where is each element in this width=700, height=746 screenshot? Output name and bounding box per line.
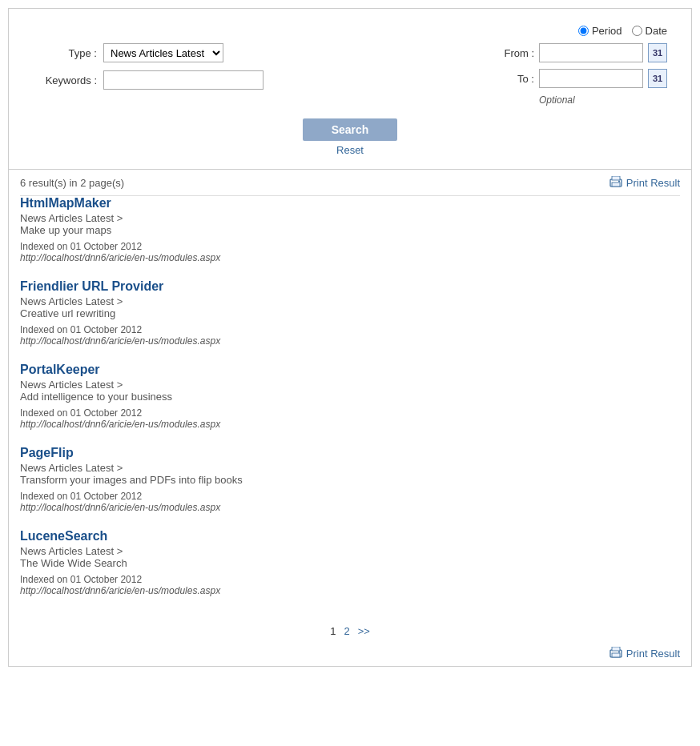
svg-rect-2 bbox=[612, 176, 620, 180]
result-category: News Articles Latest > bbox=[20, 379, 680, 391]
from-row: From : 31 bbox=[494, 43, 667, 62]
period-date-group: Period Date bbox=[578, 25, 667, 37]
result-item: Friendlier URL Provider News Articles La… bbox=[20, 279, 680, 347]
period-radio[interactable] bbox=[578, 26, 589, 36]
period-radio-label[interactable]: Period bbox=[578, 25, 622, 37]
result-indexed: Indexed on 01 October 2012 bbox=[20, 324, 680, 335]
bottom-print-bar: Print Result bbox=[9, 644, 691, 666]
result-description: Transform your images and PDFs into flip… bbox=[20, 474, 680, 486]
page-1: 1 bbox=[330, 625, 336, 637]
result-title-link[interactable]: PortalKeeper bbox=[20, 363, 680, 377]
result-indexed: Indexed on 01 October 2012 bbox=[20, 574, 680, 585]
print-icon-top bbox=[609, 176, 623, 189]
result-category: News Articles Latest > bbox=[20, 545, 680, 557]
to-label: To : bbox=[494, 73, 534, 85]
from-input[interactable] bbox=[539, 43, 643, 62]
result-url: http://localhost/dnn6/aricie/en-us/modul… bbox=[20, 419, 680, 430]
from-label: From : bbox=[494, 47, 534, 59]
keywords-input[interactable] bbox=[103, 70, 264, 90]
search-button[interactable]: Search bbox=[303, 118, 398, 141]
svg-rect-5 bbox=[612, 653, 620, 657]
result-category: News Articles Latest > bbox=[20, 212, 680, 224]
result-description: Creative url rewriting bbox=[20, 307, 680, 319]
result-indexed: Indexed on 01 October 2012 bbox=[20, 241, 680, 252]
date-radio[interactable] bbox=[632, 26, 642, 36]
to-row: To : 31 bbox=[494, 69, 667, 88]
print-result-bottom[interactable]: Print Result bbox=[609, 647, 680, 660]
result-category: News Articles Latest > bbox=[20, 295, 680, 307]
optional-text: Optional bbox=[539, 94, 575, 106]
to-input[interactable] bbox=[539, 69, 643, 88]
result-description: Make up your maps bbox=[20, 224, 680, 236]
result-url: http://localhost/dnn6/aricie/en-us/modul… bbox=[20, 585, 680, 596]
pagination: 1 2 >> bbox=[9, 612, 691, 644]
date-label-text: Date bbox=[646, 25, 667, 37]
left-fields: Type : News Articles Latest All News Art… bbox=[33, 43, 264, 90]
svg-rect-1 bbox=[612, 182, 620, 186]
svg-point-7 bbox=[618, 652, 620, 653]
page-2-link[interactable]: 2 bbox=[344, 625, 349, 637]
result-indexed: Indexed on 01 October 2012 bbox=[20, 407, 680, 419]
search-panel: Period Date Type : News Articles Latest … bbox=[9, 9, 691, 170]
result-title-link[interactable]: PageFlip bbox=[20, 446, 680, 460]
result-description: Add intelligence to your business bbox=[20, 391, 680, 403]
type-row: Type : News Articles Latest All News Art… bbox=[33, 43, 264, 62]
right-fields: From : 31 To : 31 Optional bbox=[494, 43, 667, 106]
keywords-row: Keywords : bbox=[33, 70, 264, 90]
date-radio-label[interactable]: Date bbox=[632, 25, 667, 37]
search-fields-row: Type : News Articles Latest All News Art… bbox=[33, 43, 667, 106]
results-bar-top: 6 result(s) in 2 page(s) Print Result bbox=[9, 170, 691, 195]
svg-point-3 bbox=[618, 181, 620, 182]
page-next-link[interactable]: >> bbox=[358, 625, 370, 637]
result-category: News Articles Latest > bbox=[20, 462, 680, 474]
period-label: Period bbox=[592, 25, 622, 37]
result-title-link[interactable]: HtmlMapMaker bbox=[20, 196, 680, 211]
print-result-bottom-label: Print Result bbox=[626, 648, 680, 660]
to-calendar-button[interactable]: 31 bbox=[648, 69, 667, 88]
keywords-label: Keywords : bbox=[33, 74, 97, 86]
print-icon-bottom bbox=[609, 647, 623, 660]
result-item: PortalKeeper News Articles Latest > Add … bbox=[20, 363, 680, 430]
radio-row: Period Date bbox=[33, 25, 667, 37]
result-description: The Wide Wide Search bbox=[20, 557, 680, 569]
result-url: http://localhost/dnn6/aricie/en-us/modul… bbox=[20, 502, 680, 513]
type-label: Type : bbox=[33, 47, 97, 59]
print-result-top-label: Print Result bbox=[626, 177, 680, 189]
from-calendar-button[interactable]: 31 bbox=[648, 43, 667, 62]
result-item: PageFlip News Articles Latest > Transfor… bbox=[20, 446, 680, 513]
result-url: http://localhost/dnn6/aricie/en-us/modul… bbox=[20, 335, 680, 347]
result-item: LuceneSearch News Articles Latest > The … bbox=[20, 529, 680, 596]
type-select[interactable]: News Articles Latest All News Articles bbox=[103, 43, 223, 62]
result-item: HtmlMapMaker News Articles Latest > Make… bbox=[20, 196, 680, 263]
result-url: http://localhost/dnn6/aricie/en-us/modul… bbox=[20, 252, 680, 263]
result-title-link[interactable]: Friendlier URL Provider bbox=[20, 279, 680, 294]
result-title-link[interactable]: LuceneSearch bbox=[20, 529, 680, 543]
results-summary: 6 result(s) in 2 page(s) bbox=[20, 177, 124, 189]
svg-rect-6 bbox=[612, 647, 620, 651]
results-list: HtmlMapMaker News Articles Latest > Make… bbox=[9, 196, 691, 596]
result-indexed: Indexed on 01 October 2012 bbox=[20, 491, 680, 502]
print-result-top[interactable]: Print Result bbox=[609, 176, 680, 189]
reset-link[interactable]: Reset bbox=[33, 144, 667, 156]
search-buttons-area: Search Reset bbox=[33, 118, 667, 156]
main-container: Period Date Type : News Articles Latest … bbox=[8, 8, 692, 667]
